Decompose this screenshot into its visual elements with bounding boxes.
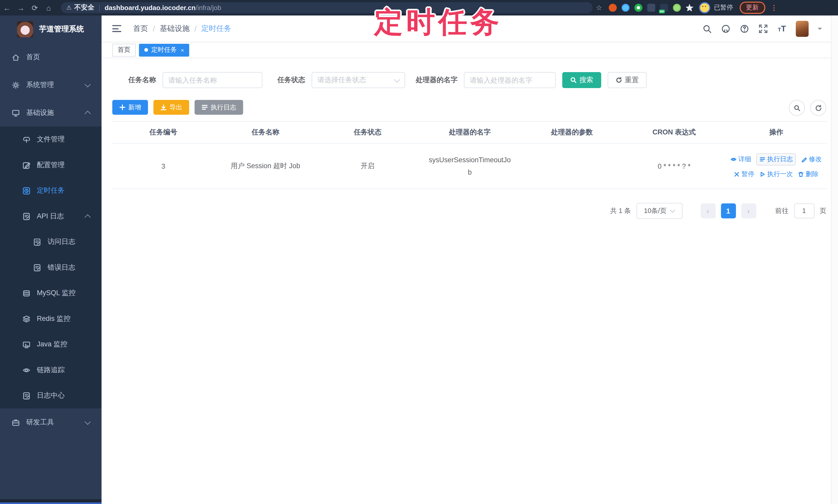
page-suffix: 页 xyxy=(819,206,826,215)
sidebar: 芋道管理系统 首页 系统管理 基础设施 文件管理 配置管理 定时任务 xyxy=(0,15,102,504)
edit-link[interactable]: 修改 xyxy=(801,155,822,164)
add-button[interactable]: 新增 xyxy=(112,100,148,115)
detail-link[interactable]: 详细 xyxy=(731,155,751,164)
handler-name-input[interactable] xyxy=(464,72,556,88)
page-1-button[interactable]: 1 xyxy=(721,203,736,218)
eye-icon xyxy=(731,156,737,162)
pause-link[interactable]: 暂停 xyxy=(734,170,754,179)
extension-pin-icon[interactable] xyxy=(685,4,694,12)
extension-icon[interactable] xyxy=(634,4,642,12)
sidebar-item-config-manage[interactable]: 配置管理 xyxy=(0,152,102,178)
chevron-down-icon xyxy=(85,81,90,87)
job-name-input[interactable] xyxy=(162,72,262,88)
sidebar-item-error-log[interactable]: 错误日志 xyxy=(0,255,102,281)
download-icon xyxy=(160,104,167,110)
browser-reload-button[interactable]: ⟳ xyxy=(28,3,42,12)
search-icon xyxy=(793,104,800,111)
next-page-button[interactable]: › xyxy=(741,203,756,218)
goto-page-input[interactable] xyxy=(794,203,814,218)
sidebar-item-api-log[interactable]: API 日志 xyxy=(0,203,102,229)
sidebar-item-home[interactable]: 首页 xyxy=(0,43,102,71)
tab-home[interactable]: 首页 xyxy=(112,43,136,56)
sidebar-item-log-center[interactable]: 日志中心 xyxy=(0,383,102,409)
job-name-label: 任务名称 xyxy=(128,75,156,85)
toggle-search-button[interactable] xyxy=(789,100,805,116)
bookmark-star-icon[interactable]: ☆ xyxy=(596,4,602,12)
screen-icon xyxy=(22,340,30,348)
cell-job-id: 3 xyxy=(112,144,214,188)
filter-form: 任务名称 任务状态 请选择任务状态 处理器的名字 搜索 重置 xyxy=(128,72,838,88)
browser-menu-icon[interactable]: ⋮ xyxy=(770,4,778,12)
sidebar-item-dev-tools[interactable]: 研发工具 xyxy=(0,409,102,436)
sidebar-item-access-log[interactable]: 访问日志 xyxy=(0,229,102,255)
cell-job-name: 用户 Session 超时 Job xyxy=(214,144,316,188)
search-button[interactable]: 搜索 xyxy=(562,72,601,88)
upload-cloud-icon xyxy=(22,136,30,143)
tab-scheduled-jobs[interactable]: 定时任务 × xyxy=(139,43,189,56)
help-icon[interactable] xyxy=(739,24,749,33)
prev-page-button[interactable]: ‹ xyxy=(700,203,715,218)
goto-label: 前往 xyxy=(775,206,788,215)
page-scrollbar[interactable] xyxy=(831,15,838,504)
breadcrumb-current: 定时任务 xyxy=(201,24,231,33)
sidebar-item-infra[interactable]: 基础设施 xyxy=(0,99,102,127)
log-file-icon xyxy=(33,238,41,246)
sidebar-item-redis-monitor[interactable]: Redis 监控 xyxy=(0,306,102,332)
sidebar-item-java-monitor[interactable]: Java 监控 xyxy=(0,331,102,357)
main-area: 首页 / 基础设施 / 定时任务 TT 首页 定时任务 × xyxy=(102,15,838,504)
sidebar-item-scheduled-jobs[interactable]: 定时任务 xyxy=(0,178,102,203)
profile-paused-badge: 已暂停 xyxy=(714,3,733,12)
extension-icon[interactable] xyxy=(609,4,617,12)
reset-button[interactable]: 重置 xyxy=(608,72,647,88)
extension-icon[interactable]: on xyxy=(660,4,668,12)
security-label[interactable]: 不安全 xyxy=(74,3,94,12)
delete-link[interactable]: 删除 xyxy=(798,170,818,179)
database-icon xyxy=(22,289,30,297)
sidebar-item-mysql-monitor[interactable]: MySQL 监控 xyxy=(0,280,102,306)
eye-icon xyxy=(22,366,30,374)
layers-icon xyxy=(22,315,30,323)
col-job-id: 任务编号 xyxy=(112,122,214,143)
list-icon xyxy=(760,156,766,162)
url-path: /infra/job xyxy=(196,4,221,12)
extension-icon[interactable] xyxy=(673,4,681,12)
run-once-link[interactable]: 执行一次 xyxy=(760,170,793,179)
export-button[interactable]: 导出 xyxy=(153,100,189,115)
pencil-icon xyxy=(801,156,807,162)
extension-icon[interactable] xyxy=(647,4,655,12)
fullscreen-icon[interactable] xyxy=(758,24,768,33)
browser-back-button[interactable]: ← xyxy=(0,3,14,12)
collapse-menu-icon[interactable] xyxy=(112,25,121,32)
sidebar-item-trace[interactable]: 链路追踪 xyxy=(0,357,102,383)
job-log-button[interactable]: 执行日志 xyxy=(195,100,243,115)
col-actions: 操作 xyxy=(725,122,827,143)
sidebar-item-system[interactable]: 系统管理 xyxy=(0,71,102,99)
search-icon[interactable] xyxy=(702,24,712,33)
breadcrumb-home[interactable]: 首页 xyxy=(133,24,148,33)
refresh-button[interactable] xyxy=(810,100,826,116)
browser-profile-avatar[interactable] xyxy=(699,2,710,13)
extension-icon[interactable] xyxy=(621,4,629,12)
extensions-row: on xyxy=(609,4,694,12)
tab-close-icon[interactable]: × xyxy=(181,47,184,53)
table-row: 3 用户 Session 超时 Job 开启 sysUserSessionTim… xyxy=(112,144,827,189)
page-size-select[interactable]: 10条/页 xyxy=(636,203,682,219)
app-logo-row[interactable]: 芋道管理系统 xyxy=(0,15,102,43)
sidebar-item-file-manage[interactable]: 文件管理 xyxy=(0,126,102,152)
user-menu-caret-icon[interactable] xyxy=(818,28,822,32)
user-avatar[interactable] xyxy=(796,21,809,37)
job-log-link[interactable]: 执行日志 xyxy=(756,153,796,166)
browser-forward-button[interactable]: → xyxy=(14,3,28,12)
job-status-select[interactable]: 请选择任务状态 xyxy=(312,72,405,88)
breadcrumb-infra[interactable]: 基础设施 xyxy=(160,24,190,33)
sidebar-footer-accent xyxy=(0,502,102,504)
warning-icon: ⚠ xyxy=(66,4,71,11)
col-job-status: 任务状态 xyxy=(316,122,418,143)
handler-name-label: 处理器的名字 xyxy=(416,75,458,85)
font-size-icon[interactable]: TT xyxy=(777,24,787,33)
browser-update-button[interactable]: 更新 xyxy=(739,2,765,14)
chevron-down-icon xyxy=(670,208,676,213)
github-icon[interactable] xyxy=(721,24,731,33)
log-file-icon xyxy=(22,212,30,220)
browser-home-button[interactable]: ⌂ xyxy=(42,3,56,12)
